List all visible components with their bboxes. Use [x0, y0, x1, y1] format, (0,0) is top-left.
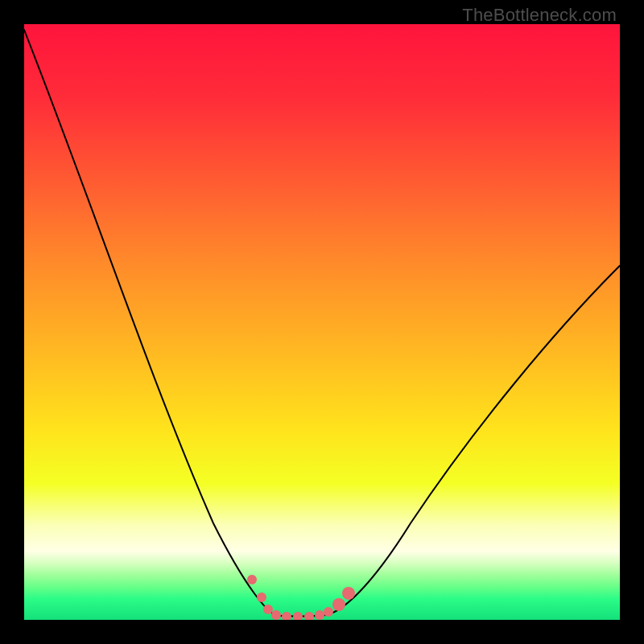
svg-point-5	[282, 612, 291, 620]
curve-layer	[24, 24, 620, 620]
svg-point-1	[247, 575, 257, 584]
bottom-markers	[247, 575, 355, 620]
bottleneck-curve	[24, 30, 620, 617]
watermark-text: TheBottleneck.com	[462, 5, 617, 26]
svg-point-10	[332, 598, 345, 611]
svg-point-4	[271, 610, 281, 620]
svg-point-11	[342, 587, 355, 600]
svg-point-9	[324, 607, 333, 617]
svg-point-8	[315, 610, 324, 620]
svg-point-6	[293, 612, 303, 620]
plot-area	[24, 24, 620, 620]
svg-point-3	[263, 605, 273, 614]
outer-frame: TheBottleneck.com	[0, 0, 644, 644]
svg-point-7	[304, 612, 314, 620]
svg-point-2	[257, 592, 266, 602]
